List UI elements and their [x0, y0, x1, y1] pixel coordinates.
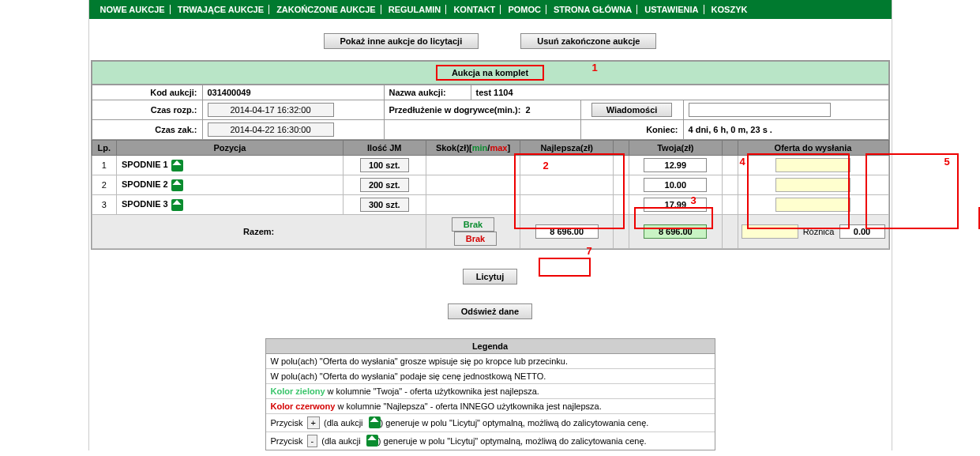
- przedl-label: Przedłużenie w dogrywce(min.):: [389, 105, 521, 115]
- menu-item[interactable]: ZAKOŃCZONE AUKCJE: [272, 5, 381, 14]
- auction-title: Aukcja na komplet: [436, 65, 544, 81]
- th-lp: Lp.: [92, 141, 117, 156]
- cell-poz: SPODNIE 1: [117, 156, 344, 175]
- arrow-down-icon: [369, 416, 381, 428]
- th-poz: Pozycja: [117, 141, 344, 156]
- cell-qty: 100 szt.: [360, 158, 409, 172]
- arrow-down-icon[interactable]: [171, 199, 183, 211]
- kod-value: 031400049: [208, 88, 251, 97]
- menu-item[interactable]: REGULAMIN: [384, 5, 447, 14]
- table-row: 1 SPODNIE 1 100 szt. 12.99: [92, 156, 888, 175]
- th-gap2: [722, 141, 738, 156]
- cell-poz: SPODNIE 2: [117, 175, 344, 195]
- koniec-value: 4 dni, 6 h, 0 m, 23 s .: [689, 125, 772, 134]
- razem-label: Razem:: [92, 215, 426, 249]
- przedl-value: 2: [525, 105, 530, 115]
- brak-max: Brak: [454, 232, 497, 246]
- show-other-button[interactable]: Pokaż inne aukcje do licytacji: [324, 33, 479, 49]
- offer-input[interactable]: [775, 178, 850, 192]
- brak-min: Brak: [452, 217, 494, 232]
- table-row: 2 SPODNIE 2 200 szt. 10.00: [92, 175, 888, 195]
- cell-twoja: 17.99: [644, 198, 707, 212]
- cell-twoja: 10.00: [644, 178, 707, 192]
- legend-row: W polu(ach) "Oferta do wysłania" grosze …: [266, 354, 715, 369]
- cell-qty: 200 szt.: [360, 178, 409, 192]
- th-skok: Skok(zł)[min/max]: [426, 141, 520, 156]
- th-gap1: [614, 141, 629, 156]
- legend-row: Przycisk - (dla aukcji ) generuje w polu…: [266, 432, 715, 450]
- menu-item[interactable]: TRWAJĄCE AUKCJE: [173, 5, 269, 14]
- annot-5: 5: [944, 156, 950, 168]
- legend-row: Kolor czerwony w kolumnie "Najlepsza" - …: [266, 399, 715, 414]
- sum-row: Razem: Brak Brak 8 696.00 8 696.00 Różni…: [92, 215, 888, 249]
- th-oferta: Oferta do wysłania: [738, 141, 888, 156]
- menu-item[interactable]: KONTAKT: [449, 5, 501, 14]
- legend: Legenda W polu(ach) "Oferta do wysłania"…: [265, 338, 715, 450]
- messages-button[interactable]: Wiadomości: [591, 103, 673, 117]
- arrow-down-icon[interactable]: [171, 179, 183, 191]
- th-twoja: Twoja(zł): [629, 141, 722, 156]
- koniec-label: Koniec:: [580, 120, 683, 140]
- zak-value: 2014-04-22 16:30:00: [208, 122, 334, 137]
- info-table: Kod aukcji: 031400049 Nazwa aukcji: test…: [92, 85, 889, 140]
- auction-panel: Aukcja na komplet Kod aukcji: 031400049 …: [91, 60, 890, 250]
- th-ilosc: Ilość JM: [343, 141, 426, 156]
- bid-button[interactable]: Licytuj: [463, 269, 517, 285]
- legend-row: W polu(ach) "Oferta do wysłania" podaje …: [266, 369, 715, 384]
- offer-input[interactable]: [775, 198, 850, 212]
- bid-row: Licytuj: [89, 269, 892, 285]
- offer-sum-input[interactable]: [742, 224, 798, 239]
- nazwa-label: Nazwa aukcji:: [384, 85, 471, 100]
- cell-lp: 2: [92, 175, 117, 195]
- th-najlepsza: Najlepsza(zł): [520, 141, 614, 156]
- legend-row: Kolor zielony w kolumnie "Twoja" - ofert…: [266, 384, 715, 399]
- brak-cell: Brak Brak: [426, 215, 520, 249]
- legend-row: Przycisk + (dla aukcji ) generuje w polu…: [266, 414, 715, 432]
- cell-qty: 300 szt.: [360, 198, 409, 212]
- rozp-value: 2014-04-17 16:32:00: [208, 103, 334, 117]
- menu-item[interactable]: POMOC: [503, 5, 546, 14]
- cell-lp: 1: [92, 156, 117, 175]
- roznica-value: 0.00: [839, 224, 885, 239]
- kod-label: Kod aukcji:: [92, 85, 202, 100]
- messages-input[interactable]: [689, 103, 831, 117]
- legend-title: Legenda: [266, 339, 715, 354]
- title-bar: Aukcja na komplet: [92, 61, 889, 85]
- sum-twoja: 8 696.00: [644, 224, 707, 239]
- nazwa-value: test 1104: [476, 88, 513, 97]
- plus-icon: +: [307, 416, 320, 429]
- cell-poz: SPODNIE 3: [117, 195, 344, 215]
- menu-item[interactable]: USTAWIENIA: [640, 5, 704, 14]
- cell-twoja: 12.99: [644, 158, 707, 172]
- refresh-row: Odśwież dane: [89, 303, 892, 319]
- minus-icon: -: [307, 435, 318, 447]
- rozp-label: Czas rozp.:: [92, 100, 202, 120]
- top-buttons: Pokaż inne aukcje do licytacji Usuń zako…: [89, 19, 892, 60]
- roznica-label: Różnica: [803, 227, 835, 236]
- arrow-down-icon[interactable]: [171, 160, 183, 171]
- cell-lp: 3: [92, 195, 117, 215]
- page: NOWE AUKCJE TRWAJĄCE AUKCJE ZAKOŃCZONE A…: [88, 0, 892, 450]
- refresh-button[interactable]: Odśwież dane: [448, 303, 532, 319]
- main-menu: NOWE AUKCJE TRWAJĄCE AUKCJE ZAKOŃCZONE A…: [89, 0, 892, 19]
- sum-najlepsza: 8 696.00: [535, 224, 599, 239]
- arrow-down-icon: [366, 435, 378, 447]
- items-table: Lp. Pozycja Ilość JM Skok(zł)[min/max] N…: [92, 140, 889, 249]
- table-row: 3 SPODNIE 3 300 szt. 17.99: [92, 195, 888, 215]
- offer-input[interactable]: [775, 158, 850, 172]
- menu-item[interactable]: NOWE AUKCJE: [92, 5, 171, 14]
- remove-ended-button[interactable]: Usuń zakończone aukcje: [520, 33, 656, 49]
- zak-label: Czas zak.:: [92, 120, 202, 140]
- menu-item[interactable]: KOSZYK: [707, 5, 753, 14]
- menu-item[interactable]: STRONA GŁÓWNA: [549, 5, 637, 14]
